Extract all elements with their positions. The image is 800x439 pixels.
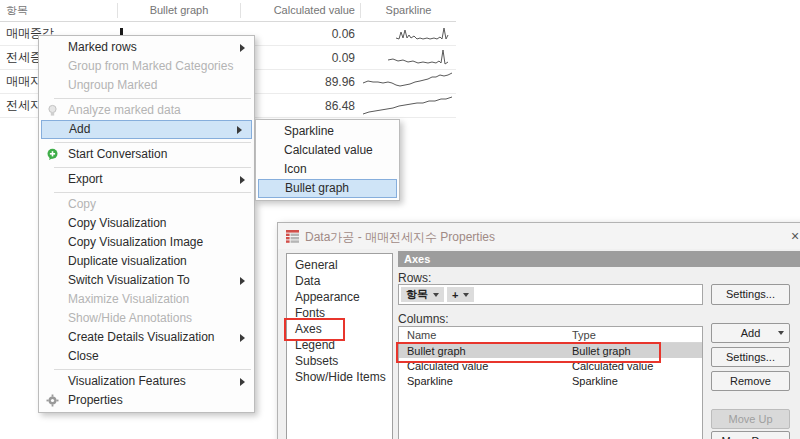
menu-item-start-conversation[interactable]: Start Conversation [39,145,254,164]
rows-label: Rows: [398,271,431,285]
nav-item-data[interactable]: Data [287,273,392,289]
dialog-nav-list: General Data Appearance Fonts Axes Legen… [286,253,393,439]
calculated-value-cell: 86.48 [240,94,360,117]
menu-separator [54,192,251,193]
dialog-title: Data가공 - 매매전세지수 Properties [305,229,495,246]
nav-item-general[interactable]: General [287,257,392,273]
rows-settings-button[interactable]: Settings... [711,284,790,305]
context-menu: Marked rows Group from Marked Categories… [38,35,255,413]
calculated-value-cell: 0.09 [240,46,360,69]
rows-axis-column-chip[interactable]: 항목 [401,287,444,302]
sparkline-cell [360,70,455,93]
sparkline-chart [360,95,455,117]
submenu-arrow-icon [240,277,245,285]
remove-button[interactable]: Remove [711,371,790,391]
submenu-item-sparkline[interactable]: Sparkline [256,122,399,141]
nav-item-show-hide-items[interactable]: Show/Hide Items [287,369,392,385]
sparkline-chart [360,47,455,69]
menu-separator [54,167,251,168]
menu-item-group-from-marked-categories[interactable]: Group from Marked Categories [39,57,254,76]
gear-icon [46,394,59,407]
columns-table-header: Name Type [399,327,702,343]
move-down-button[interactable]: Move Down [711,431,790,439]
menu-item-copy[interactable]: Copy [39,195,254,214]
columns-label: Columns: [398,312,449,326]
submenu-item-calculated-value[interactable]: Calculated value [256,141,399,160]
chevron-down-icon [433,293,439,297]
conversation-icon [46,148,59,161]
submenu-arrow-icon [240,176,245,184]
table-visualization-icon [286,230,299,243]
nav-item-appearance[interactable]: Appearance [287,289,392,305]
sparkline-chart [360,71,455,93]
submenu-arrow-icon [240,378,245,386]
rows-axis-add-chip[interactable]: + [447,287,474,302]
move-up-button[interactable]: Move Up [711,409,790,429]
menu-item-add[interactable]: Add [41,120,252,139]
menu-item-show-hide-annotations[interactable]: Show/Hide Annotations [39,309,254,328]
menu-item-analyze-marked-data[interactable]: Analyze marked data [39,101,254,120]
add-submenu: Sparkline Calculated value Icon Bullet g… [255,119,400,201]
rows-axis-selector[interactable]: 항목 + [398,284,703,305]
name-column-header: Name [399,329,572,341]
chevron-down-icon [463,293,469,297]
menu-item-copy-visualization-image[interactable]: Copy Visualization Image [39,233,254,252]
chevron-down-icon [778,331,784,335]
menu-item-maximize-visualization[interactable]: Maximize Visualization [39,290,254,309]
menu-item-create-details-visualization[interactable]: Create Details Visualization [39,328,254,347]
columns-table-row-sparkline[interactable]: Sparkline Sparkline [399,373,702,388]
lightbulb-icon [46,104,59,117]
annotation-box-bullet-graph-row [396,342,661,363]
columns-settings-button[interactable]: Settings... [711,347,790,367]
sparkline-chart [360,23,455,45]
menu-item-copy-visualization[interactable]: Copy Visualization [39,214,254,233]
menu-item-marked-rows[interactable]: Marked rows [39,38,254,57]
submenu-arrow-icon [240,44,245,52]
submenu-item-icon[interactable]: Icon [256,160,399,179]
type-column-header: Type [572,329,697,341]
menu-item-close[interactable]: Close [39,347,254,366]
submenu-arrow-icon [237,126,242,134]
menu-separator [54,369,251,370]
dialog-title-bar[interactable]: Data가공 - 매매전세지수 Properties × [278,223,800,249]
column-header-calculated-value[interactable]: Calculated value [241,3,361,18]
sparkline-cell [360,22,455,45]
section-header: Axes [398,251,800,267]
menu-separator [54,142,251,143]
properties-dialog: Data가공 - 매매전세지수 Properties × General Dat… [277,222,800,439]
menu-item-export[interactable]: Export [39,170,254,189]
submenu-item-bullet-graph[interactable]: Bullet graph [258,179,397,198]
sparkline-cell [360,46,455,69]
table-header-row: 항목 Bullet graph Calculated value Sparkli… [0,0,456,22]
calculated-value-cell: 0.06 [240,22,360,45]
menu-separator [54,98,251,99]
calculated-value-cell: 89.96 [240,70,360,93]
menu-item-properties[interactable]: Properties [39,391,254,410]
column-header-sparkline[interactable]: Sparkline [361,3,456,18]
add-button[interactable]: Add [711,323,790,343]
close-icon[interactable]: × [785,226,800,246]
menu-item-visualization-features[interactable]: Visualization Features [39,372,254,391]
nav-item-subsets[interactable]: Subsets [287,353,392,369]
submenu-arrow-icon [240,334,245,342]
menu-item-ungroup-marked[interactable]: Ungroup Marked [39,76,254,95]
screen: 항목 Bullet graph Calculated value Sparkli… [0,0,800,439]
annotation-box-axes [284,318,345,341]
sparkline-cell [360,94,455,117]
menu-item-duplicate-visualization[interactable]: Duplicate visualization [39,252,254,271]
menu-item-switch-visualization-to[interactable]: Switch Visualization To [39,271,254,290]
column-header-item[interactable]: 항목 [0,3,118,18]
column-header-bullet-graph[interactable]: Bullet graph [118,3,241,18]
